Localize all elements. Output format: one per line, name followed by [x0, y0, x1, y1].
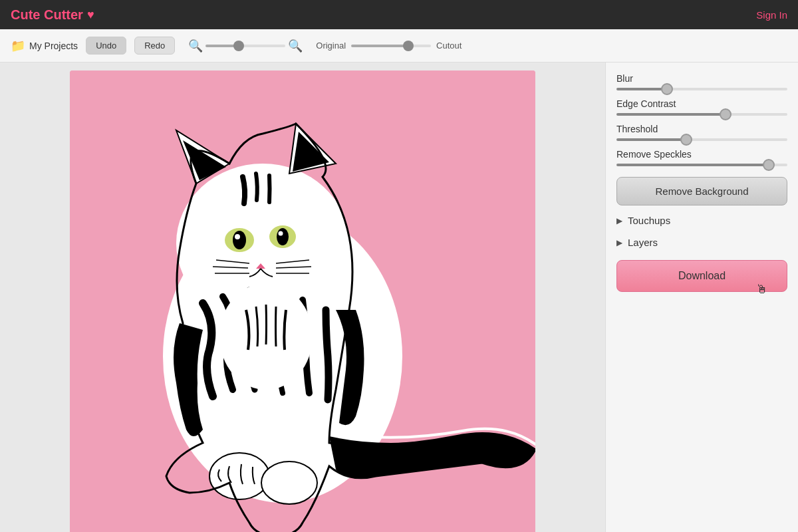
- cutout-label: Cutout: [436, 41, 462, 51]
- blur-label: Blur: [616, 73, 787, 84]
- threshold-slider[interactable]: [616, 138, 787, 141]
- threshold-label: Threshold: [616, 124, 787, 134]
- threshold-section: Threshold: [616, 124, 787, 141]
- svg-point-10: [277, 228, 289, 245]
- original-label: Original: [316, 41, 346, 51]
- right-panel: Blur Edge Contrast Threshold Remove Spec…: [605, 63, 798, 532]
- layers-accordion[interactable]: ▶ Layers: [616, 235, 787, 249]
- zoom-in-icon[interactable]: 🔍: [288, 39, 303, 53]
- app-title-text: Cute Cutter: [11, 7, 83, 23]
- zoom-out-icon[interactable]: 🔍: [188, 39, 203, 53]
- toolbar: 📁 My Projects Undo Redo 🔍 🔍 Original Cut…: [0, 29, 798, 63]
- touchups-accordion[interactable]: ▶ Touchups: [616, 213, 787, 227]
- svg-point-11: [235, 234, 240, 239]
- remove-speckles-label: Remove Speckles: [616, 149, 787, 160]
- download-button[interactable]: Download 🖱: [616, 260, 787, 292]
- my-projects-label: My Projects: [29, 41, 78, 51]
- view-toggle: Original Cutout: [316, 41, 462, 51]
- remove-speckles-section: Remove Speckles: [616, 149, 787, 166]
- remove-speckles-slider[interactable]: [616, 164, 787, 166]
- edge-contrast-label: Edge Contrast: [616, 98, 787, 109]
- zoom-controls: 🔍 🔍: [188, 39, 303, 53]
- touchups-label: Touchups: [628, 215, 670, 226]
- view-slider[interactable]: [351, 45, 431, 47]
- canvas-area: [0, 63, 605, 532]
- zoom-slider[interactable]: [205, 45, 285, 47]
- download-label: Download: [678, 270, 726, 281]
- edge-contrast-slider[interactable]: [616, 113, 787, 116]
- main-content: Blur Edge Contrast Threshold Remove Spec…: [0, 63, 798, 532]
- sign-in-button[interactable]: Sign In: [756, 9, 787, 21]
- cat-illustration: [70, 70, 535, 532]
- svg-point-22: [261, 462, 317, 504]
- heart-icon: ♥: [87, 8, 94, 22]
- my-projects-button[interactable]: 📁 My Projects: [11, 39, 78, 53]
- image-canvas: [70, 70, 535, 532]
- remove-background-button[interactable]: Remove Background: [616, 177, 787, 205]
- svg-point-9: [233, 231, 246, 249]
- layers-label: Layers: [628, 237, 658, 248]
- folder-icon: 📁: [11, 39, 25, 53]
- svg-point-12: [279, 231, 283, 236]
- touchups-arrow-icon: ▶: [616, 216, 622, 225]
- edge-contrast-section: Edge Contrast: [616, 98, 787, 116]
- blur-section: Blur: [616, 73, 787, 90]
- undo-button[interactable]: Undo: [86, 37, 126, 55]
- cursor-icon: 🖱: [756, 283, 768, 297]
- blur-slider[interactable]: [616, 88, 787, 90]
- topbar: Cute Cutter ♥ Sign In: [0, 0, 798, 29]
- redo-button[interactable]: Redo: [134, 37, 175, 55]
- layers-arrow-icon: ▶: [616, 238, 622, 247]
- app-title: Cute Cutter ♥: [11, 7, 94, 23]
